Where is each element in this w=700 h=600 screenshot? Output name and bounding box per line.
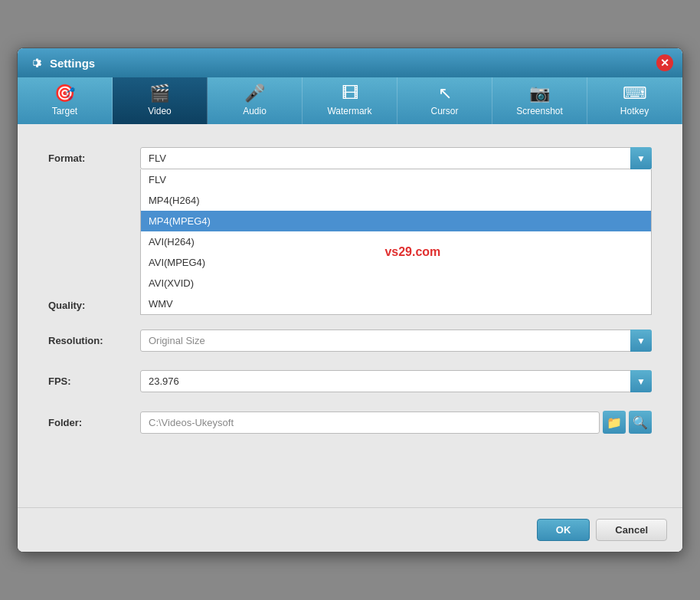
footer: OK Cancel bbox=[18, 507, 682, 552]
tab-video[interactable]: 🎬 Video bbox=[113, 77, 208, 124]
tab-cursor[interactable]: ↖ Cursor bbox=[397, 77, 492, 124]
folder-icon: 📁 bbox=[607, 415, 622, 430]
video-icon: 🎬 bbox=[149, 85, 170, 102]
tab-watermark-label: Watermark bbox=[327, 106, 371, 116]
content-area: Format: FLV ▼ FLV MP4(H264) MP4(MPEG4) v… bbox=[18, 124, 682, 507]
fps-dropdown[interactable]: 23.976 bbox=[140, 370, 652, 392]
resolution-input[interactable]: Original Size bbox=[140, 330, 652, 352]
tab-screenshot[interactable]: 📷 Screenshot bbox=[492, 77, 587, 124]
screenshot-icon: 📷 bbox=[529, 85, 550, 102]
folder-browse-button[interactable]: 📁 bbox=[603, 411, 626, 434]
tab-target-label: Target bbox=[52, 106, 77, 116]
resolution-row: Resolution: Original Size ▼ bbox=[48, 330, 652, 352]
format-option-avimpeg4[interactable]: AVI(MPEG4) bbox=[141, 252, 651, 273]
cancel-button[interactable]: Cancel bbox=[596, 519, 667, 541]
folder-input-group: 📁 🔍 bbox=[140, 411, 652, 434]
resolution-label: Resolution: bbox=[48, 335, 140, 346]
tab-watermark[interactable]: 🎞 Watermark bbox=[303, 77, 397, 124]
ok-button[interactable]: OK bbox=[537, 519, 590, 541]
fps-row: FPS: 23.976 ▼ bbox=[48, 370, 652, 392]
watermark-icon: 🎞 bbox=[342, 85, 358, 102]
format-dropdown-list: FLV MP4(H264) MP4(MPEG4) vs29.com AVI(H2… bbox=[140, 169, 652, 315]
format-label: Format: bbox=[48, 152, 140, 164]
folder-search-button[interactable]: 🔍 bbox=[629, 411, 652, 434]
settings-window: Settings ✕ 🎯 Target 🎬 Video 🎤 Audio 🎞 Wa… bbox=[17, 48, 683, 552]
folder-label: Folder: bbox=[48, 417, 140, 428]
tab-hotkey-label: Hotkey bbox=[620, 106, 649, 116]
format-option-mp4h264[interactable]: MP4(H264) bbox=[141, 190, 651, 211]
format-row: Format: FLV ▼ FLV MP4(H264) MP4(MPEG4) v… bbox=[48, 147, 652, 169]
gear-icon bbox=[27, 54, 44, 71]
target-icon: 🎯 bbox=[54, 85, 75, 102]
tab-audio[interactable]: 🎤 Audio bbox=[208, 77, 303, 124]
search-icon: 🔍 bbox=[633, 415, 648, 430]
folder-control: 📁 🔍 bbox=[140, 411, 652, 434]
cursor-icon: ↖ bbox=[438, 85, 452, 102]
window-title: Settings bbox=[50, 57, 95, 70]
format-option-mp4mpeg4[interactable]: MP4(MPEG4) vs29.com bbox=[141, 211, 651, 231]
title-bar-left: Settings bbox=[27, 54, 95, 71]
format-option-avih264[interactable]: AVI(H264) bbox=[141, 231, 651, 252]
format-option-flv[interactable]: FLV bbox=[141, 169, 651, 190]
format-option-avixvid[interactable]: AVI(XVID) bbox=[141, 273, 651, 293]
tab-hotkey[interactable]: ⌨ Hotkey bbox=[587, 77, 682, 124]
tab-audio-label: Audio bbox=[243, 106, 267, 116]
resolution-control: Original Size ▼ bbox=[140, 330, 652, 352]
fps-label: FPS: bbox=[48, 375, 140, 387]
tab-target[interactable]: 🎯 Target bbox=[18, 77, 113, 124]
close-button[interactable]: ✕ bbox=[656, 54, 673, 71]
folder-input[interactable] bbox=[140, 411, 600, 434]
quality-label: Quality: bbox=[48, 300, 140, 311]
tab-bar: 🎯 Target 🎬 Video 🎤 Audio 🎞 Watermark ↖ C… bbox=[18, 77, 682, 124]
format-control: FLV ▼ FLV MP4(H264) MP4(MPEG4) vs29.com … bbox=[140, 147, 652, 169]
format-option-wmv[interactable]: WMV bbox=[141, 293, 651, 314]
audio-icon: 🎤 bbox=[244, 85, 265, 102]
tab-cursor-label: Cursor bbox=[430, 106, 458, 116]
fps-control: 23.976 ▼ bbox=[140, 370, 652, 392]
hotkey-icon: ⌨ bbox=[623, 85, 647, 102]
format-dropdown-display[interactable]: FLV bbox=[140, 147, 652, 169]
title-bar: Settings ✕ bbox=[18, 48, 682, 77]
folder-row: Folder: 📁 🔍 bbox=[48, 411, 652, 434]
tab-video-label: Video bbox=[148, 106, 171, 116]
tab-screenshot-label: Screenshot bbox=[516, 106, 563, 116]
